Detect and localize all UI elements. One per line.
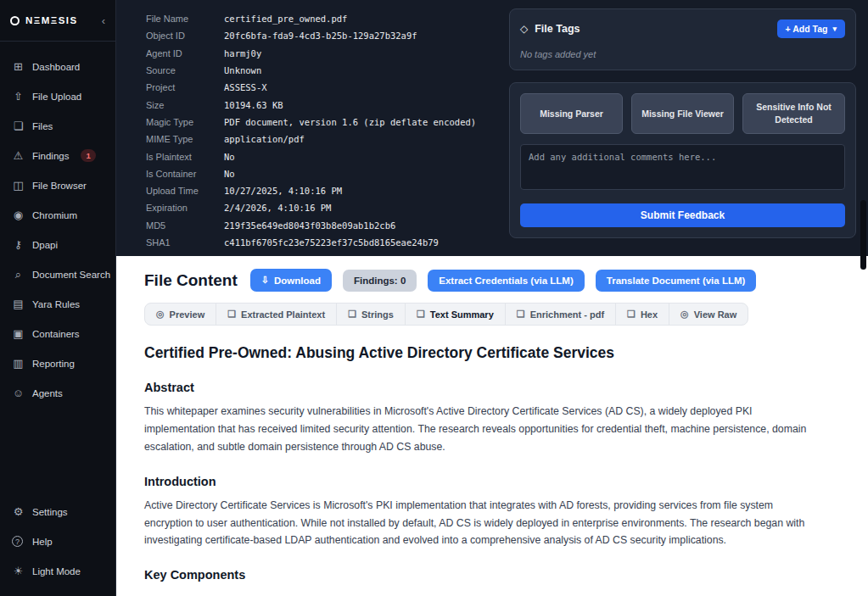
missing-parser-button[interactable]: Missing Parser [520,93,623,134]
upload-icon: ⇧ [12,90,25,103]
content-tab-bar: ◎ Preview ❏ Extracted Plaintext ❏ String… [144,303,748,326]
comments-textarea[interactable] [520,144,845,190]
chromium-icon: ◉ [12,209,25,221]
add-tag-label: + Add Tag [786,24,828,34]
metadata-label: Is Plaintext [146,152,224,162]
metadata-row-agent-id: Agent ID harmj0y [146,45,509,62]
sidebar-item-label: Light Mode [32,566,81,577]
metadata-row-expiration: Expiration 2/4/2026, 4:10:16 PM [146,199,509,216]
document-icon: ❏ [627,309,636,320]
help-icon: ? [12,536,23,547]
sidebar-item-files[interactable]: ❏ Files [0,111,115,141]
yara-rules-icon: ▤ [12,298,25,310]
metadata-row-sha1: SHA1 c411bf6705fc23e75223ef37c5bd8165eae… [146,234,509,251]
main-area: File Name certified_pre_owned.pdf Object… [116,0,868,596]
download-label: Download [274,276,321,286]
file-content-title: File Content [144,271,238,290]
chevron-down-icon: ▾ [832,25,837,33]
feedback-buttons: Missing Parser Missing File Viewer Sensi… [520,93,845,134]
metadata-label: Is Container [146,169,224,179]
tab-enrichment-pdf[interactable]: ❏ Enrichment - pdf [506,304,616,325]
tab-text-summary[interactable]: ❏ Text Summary [406,304,506,325]
metadata-label: File Name [146,14,224,24]
document-icon: ❏ [348,309,356,320]
metadata-label: Magic Type [146,117,224,127]
metadata-value: application/pdf [224,134,305,144]
findings-count-button[interactable]: Findings: 0 [343,270,417,292]
file-browser-icon: ◫ [12,179,25,192]
document-title: Certified Pre-Owned: Abusing Active Dire… [144,344,819,362]
sidebar-item-label: Dashboard [32,62,80,72]
metadata-value: certified_pre_owned.pdf [224,14,347,24]
sidebar-item-yara-rules[interactable]: ▤ Yara Rules [0,289,115,319]
metadata-value: 10194.63 KB [224,100,283,110]
sidebar-nav: ⊞ Dashboard ⇧ File Upload ❏ Files ⚠ Find… [0,42,115,408]
sidebar-item-agents[interactable]: ☺ Agents [0,378,115,408]
metadata-value: 219f35e649ed8043f03b8e09ab1b2cb6 [224,220,395,231]
metadata-value: 20fc6bfa-fda9-4cd3-b25b-129a27b32a9f [224,31,417,41]
nemesis-logo-icon [10,16,20,25]
sidebar-footer: ⚙ Settings ? Help ☀ Light Mode [0,497,115,596]
extract-credentials-button[interactable]: Extract Credentials (via LLM) [428,270,584,292]
sidebar-item-light-mode[interactable]: ☀ Light Mode [0,556,115,586]
download-button[interactable]: ⇩ Download [250,269,332,292]
tab-view-raw[interactable]: ◎ View Raw [669,304,748,325]
sidebar-item-chromium[interactable]: ◉ Chromium [0,200,115,230]
sidebar-item-dashboard[interactable]: ⊞ Dashboard [0,52,115,81]
section-heading-abstract: Abstract [144,381,819,394]
sensitive-info-not-detected-button[interactable]: Sensitive Info Not Detected [742,93,845,134]
metadata-value: Unknown [224,65,261,75]
file-metadata-table: File Name certified_pre_owned.pdf Object… [146,8,509,256]
tab-hex[interactable]: ❏ Hex [616,304,669,325]
metadata-row-project: Project ASSESS-X [146,79,509,96]
sidebar-item-reporting[interactable]: ▥ Reporting [0,348,115,378]
tab-label: Extracted Plaintext [241,309,325,320]
metadata-row-mime-type: MIME Type application/pdf [146,131,509,148]
metadata-row-size: Size 10194.63 KB [146,96,509,113]
right-panels: ◇ File Tags + Add Tag ▾ No tags added ye… [509,8,856,256]
findings-count-badge: 1 [81,149,95,163]
metadata-value: No [224,152,235,162]
file-tags-card: ◇ File Tags + Add Tag ▾ No tags added ye… [509,8,856,70]
sidebar-item-help[interactable]: ? Help [0,526,115,556]
sidebar-item-settings[interactable]: ⚙ Settings [0,497,115,526]
sidebar-collapse-icon[interactable]: ‹ [102,14,105,27]
metadata-label: MIME Type [146,134,224,144]
tab-strings[interactable]: ❏ Strings [337,304,406,325]
eye-icon: ◎ [680,309,689,320]
sidebar-item-label: Help [32,537,53,547]
submit-feedback-button[interactable]: Submit Feedback [520,203,845,227]
file-tags-title: File Tags [535,23,770,35]
metadata-value: ASSESS-X [224,82,267,92]
sidebar-item-label: Chromium [32,210,77,220]
search-icon: ⌕ [12,268,25,281]
metadata-label: Source [146,65,224,75]
metadata-value: harmj0y [224,48,261,58]
sidebar-item-document-search[interactable]: ⌕ Document Search [0,259,115,289]
files-icon: ❏ [12,120,25,132]
document-icon: ❏ [227,309,236,320]
sidebar-item-label: File Browser [32,181,87,191]
translate-document-button[interactable]: Translate Document (via LLM) [596,270,757,292]
vertical-scrollbar-thumb[interactable] [860,200,866,270]
metadata-label: Expiration [146,203,224,213]
sidebar-item-label: Containers [32,329,80,339]
sidebar-item-file-browser[interactable]: ◫ File Browser [0,170,115,200]
tag-icon: ◇ [520,23,528,35]
tab-label: Enrichment - pdf [530,309,604,320]
tab-label: Hex [641,309,658,320]
sidebar-item-file-upload[interactable]: ⇧ File Upload [0,81,115,111]
sidebar-item-containers[interactable]: ▣ Containers [0,319,115,348]
agents-icon: ☺ [12,387,25,399]
sidebar-item-findings[interactable]: ⚠ Findings 1 [0,141,115,170]
tab-preview[interactable]: ◎ Preview [145,304,216,325]
tab-label: View Raw [694,309,737,320]
missing-file-viewer-button[interactable]: Missing File Viewer [631,93,734,134]
sidebar-item-dpapi[interactable]: ⚷ Dpapi [0,230,115,259]
tab-extracted-plaintext[interactable]: ❏ Extracted Plaintext [216,304,337,325]
file-details-section: File Name certified_pre_owned.pdf Object… [116,0,868,256]
tab-label: Strings [361,309,394,320]
metadata-label: Project [146,82,224,92]
add-tag-button[interactable]: + Add Tag ▾ [777,19,845,38]
app-logo-text: NΞMΞSIS [25,15,96,25]
